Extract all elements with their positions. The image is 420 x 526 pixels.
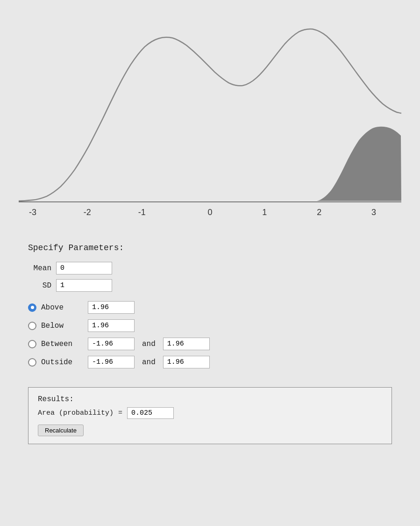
radio-between[interactable] <box>28 340 36 348</box>
x-label-2: 2 <box>317 208 321 217</box>
between-and-label: and <box>142 340 156 348</box>
radio-outside[interactable] <box>28 358 36 367</box>
results-row: Area (probability) = <box>38 407 382 419</box>
sd-input[interactable] <box>56 279 112 292</box>
outside-input2[interactable] <box>163 356 210 368</box>
mean-label: Mean <box>28 264 51 273</box>
area-value-input[interactable] <box>127 407 174 419</box>
radio-above[interactable] <box>28 303 36 312</box>
sd-row: SD <box>28 279 392 292</box>
results-title: Results: <box>38 395 382 404</box>
equals-sign: = <box>118 409 122 417</box>
x-label-3: 3 <box>371 208 376 217</box>
radio-label-above: Above <box>41 303 83 312</box>
radio-label-below: Below <box>41 322 83 330</box>
between-input2[interactable] <box>163 338 210 350</box>
radio-row-above: Above <box>28 301 392 314</box>
radio-below[interactable] <box>28 322 36 330</box>
x-label-0: 0 <box>207 208 212 217</box>
radio-label-outside: Outside <box>41 358 83 367</box>
x-label-neg2: -2 <box>84 208 91 217</box>
x-label-neg3: -3 <box>29 208 36 217</box>
params-section: Specify Parameters: Mean SD Above Below … <box>0 234 420 378</box>
x-label-1: 1 <box>262 208 267 217</box>
chart-container: -3 -2 -1 0 1 2 3 <box>19 14 401 229</box>
results-section: Results: Area (probability) = Recalculat… <box>28 387 392 444</box>
normal-curve-svg: -3 -2 -1 0 1 2 3 <box>19 14 401 229</box>
sd-label: SD <box>28 281 51 290</box>
section-title: Specify Parameters: <box>28 243 392 252</box>
chart-area: -3 -2 -1 0 1 2 3 <box>0 0 420 234</box>
below-input[interactable] <box>88 319 135 332</box>
recalculate-button[interactable]: Recalculate <box>38 425 84 436</box>
area-label: Area (probability) <box>38 409 114 417</box>
radio-row-between: Between and <box>28 338 392 350</box>
shaded-region <box>317 127 401 201</box>
radio-row-below: Below <box>28 319 392 332</box>
mean-row: Mean <box>28 262 392 274</box>
outside-input1[interactable] <box>88 356 135 368</box>
above-input[interactable] <box>88 301 135 314</box>
radio-row-outside: Outside and <box>28 356 392 368</box>
x-label-neg1: -1 <box>138 208 146 217</box>
outside-and-label: and <box>142 358 156 367</box>
radio-section: Above Below Between and Outside and <box>28 301 392 368</box>
radio-label-between: Between <box>41 340 83 348</box>
between-input1[interactable] <box>88 338 135 350</box>
mean-input[interactable] <box>56 262 112 274</box>
